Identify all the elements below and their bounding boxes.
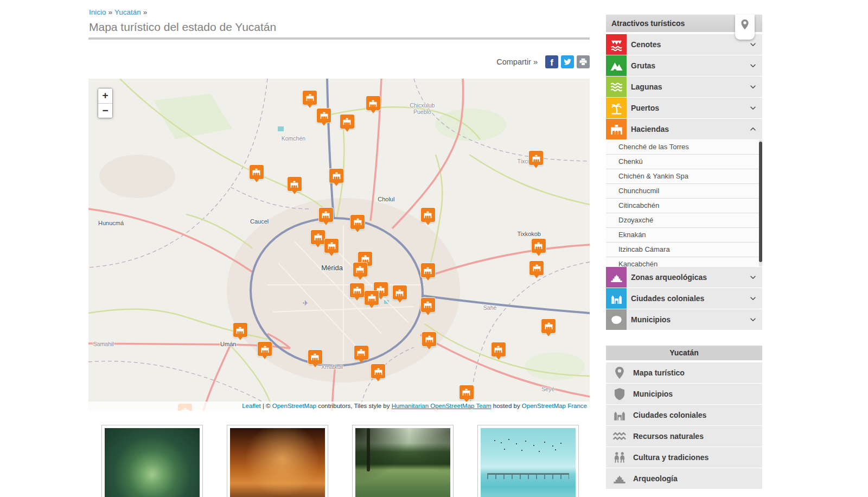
hacienda-map-marker[interactable] — [393, 285, 407, 300]
category-icon — [606, 309, 627, 330]
hacienda-map-marker[interactable] — [529, 151, 543, 165]
osm-france-link[interactable]: OpenStreetMap France — [522, 403, 587, 409]
menu-item[interactable]: Municipios — [606, 384, 762, 404]
category-icon — [606, 267, 627, 288]
hacienda-icon — [423, 266, 432, 275]
hacienda-map-marker[interactable] — [365, 291, 379, 305]
chevron-down-icon — [749, 41, 757, 48]
hacienda-list-item[interactable]: Itzincab Cámara — [606, 243, 762, 257]
thumbnail-laguna[interactable] — [352, 425, 454, 497]
hacienda-list-item[interactable]: Dzoyaxché — [606, 213, 762, 228]
facebook-share-icon[interactable]: f — [545, 55, 558, 68]
category-row[interactable]: Zonas arqueológicas — [606, 267, 762, 288]
map-place-label: Xmatkuil — [321, 364, 343, 370]
hacienda-map-marker[interactable] — [541, 319, 556, 333]
hacienda-map-marker[interactable] — [250, 165, 264, 179]
hacienda-map-marker[interactable] — [354, 346, 368, 360]
category-label: Puertos — [631, 104, 659, 112]
thumbnail-playa[interactable] — [477, 425, 579, 497]
twitter-share-icon[interactable] — [561, 55, 574, 68]
hacienda-map-marker[interactable] — [422, 332, 436, 346]
hacienda-map-marker[interactable] — [421, 298, 435, 312]
breadcrumb-separator: » — [143, 8, 148, 16]
hacienda-map-marker[interactable] — [340, 114, 354, 129]
leaflet-link[interactable]: Leaflet — [242, 403, 261, 409]
hacienda-map-marker[interactable] — [353, 263, 367, 277]
hacienda-icon — [314, 232, 323, 241]
map-place-label: Cholul — [378, 196, 394, 202]
hacienda-map-marker[interactable] — [303, 91, 317, 105]
zoom-in-button[interactable]: + — [98, 88, 112, 103]
hacienda-map-marker[interactable] — [529, 261, 544, 275]
chevron-down-icon — [749, 316, 757, 323]
hacienda-map-marker[interactable] — [371, 364, 385, 378]
hacienda-list-item[interactable]: Chichén & Yankin Spa — [606, 169, 762, 184]
print-icon[interactable] — [577, 55, 590, 68]
hacienda-list-item[interactable]: Chunchucmil — [606, 184, 762, 199]
hacienda-map-marker[interactable] — [324, 239, 339, 253]
hacienda-map-marker[interactable] — [311, 230, 325, 244]
hacienda-icon — [342, 117, 352, 126]
hacienda-map-marker[interactable] — [317, 109, 331, 123]
page: Inicio»Yucatán» Mapa turístico del estad… — [0, 0, 868, 497]
thumbnail-grutas[interactable] — [227, 425, 328, 497]
hacienda-list-item[interactable]: Chenché de las Torres — [606, 140, 762, 155]
hacienda-map-marker[interactable] — [421, 208, 435, 222]
yucatan-menu: Yucatán Mapa turístico Municipios Ciudad… — [606, 346, 762, 489]
hacienda-list-item[interactable]: Kancabchén — [606, 257, 762, 266]
openstreetmap-link[interactable]: OpenStreetMap — [272, 403, 316, 409]
map-tiles — [88, 79, 590, 411]
category-row[interactable]: Municipios — [606, 309, 762, 330]
hacienda-icon — [321, 210, 330, 219]
hacienda-map-marker[interactable] — [366, 96, 380, 110]
menu-item[interactable]: Ciudades coloniales — [606, 405, 762, 425]
menu-item[interactable]: Cultura y tradiciones — [606, 447, 762, 468]
hacienda-icon — [353, 217, 362, 226]
breadcrumb-home-link[interactable]: Inicio — [89, 8, 106, 16]
menu-item[interactable]: Arqueología — [606, 468, 762, 489]
chevron-down-icon — [749, 83, 757, 91]
hacienda-items: Chenché de las Torres Chenkú Chichén & Y… — [606, 140, 762, 266]
scrollbar-thumb[interactable] — [759, 142, 762, 262]
category-row[interactable]: Grutas — [606, 55, 762, 76]
hacienda-map-marker[interactable] — [329, 169, 343, 183]
category-icon — [606, 288, 627, 309]
category-label: Grutas — [631, 61, 655, 70]
menu-item-label: Mapa turístico — [633, 368, 685, 377]
menu-item-icon — [612, 366, 627, 380]
hacienda-list-item[interactable]: Citincabchén — [606, 199, 762, 213]
hacienda-map-marker[interactable] — [308, 350, 322, 364]
hacienda-list-item[interactable]: Chenkú — [606, 155, 762, 169]
hacienda-map-marker[interactable] — [258, 342, 272, 356]
menu-item[interactable]: Mapa turístico — [606, 362, 762, 383]
category-row[interactable]: Lagunas — [606, 77, 762, 97]
hot-team-link[interactable]: Humanitarian OpenStreetMap Team — [392, 403, 492, 409]
category-list-bottom: Zonas arqueológicas Ciudades coloniales … — [606, 267, 762, 330]
map-place-label: Sahé — [483, 304, 497, 311]
hacienda-icon — [423, 300, 432, 309]
hacienda-map-marker[interactable] — [350, 215, 365, 229]
hacienda-map-marker[interactable] — [532, 239, 546, 253]
category-row[interactable]: Ciudades coloniales — [606, 288, 762, 309]
menu-item[interactable]: Recursos naturales — [606, 426, 762, 447]
map-place-label: Mérida — [321, 263, 343, 271]
hacienda-map-marker[interactable] — [459, 385, 474, 399]
category-label: Municipios — [631, 315, 671, 324]
scrollbar-track[interactable] — [759, 140, 762, 266]
hacienda-map-marker[interactable] — [421, 263, 435, 277]
breadcrumb-region-link[interactable]: Yucatán — [114, 8, 141, 16]
grutas-photo — [230, 428, 325, 497]
category-label: Lagunas — [631, 82, 662, 91]
hacienda-map-marker[interactable] — [233, 323, 247, 337]
thumbnail-cenote[interactable] — [101, 425, 203, 497]
category-row[interactable]: Puertos — [606, 98, 762, 118]
hacienda-map-marker[interactable] — [350, 283, 364, 297]
hacienda-list-item[interactable]: Eknakán — [606, 228, 762, 243]
hacienda-map-marker[interactable] — [319, 208, 333, 222]
hacienda-map-marker[interactable] — [492, 342, 506, 356]
hacienda-map-marker[interactable] — [288, 177, 302, 191]
category-row[interactable]: Haciendas — [606, 119, 762, 139]
zoom-out-button[interactable]: − — [98, 103, 112, 118]
hacienda-icon — [367, 293, 376, 302]
map[interactable]: ✈ Komchén Chicxulub Pueblo Hunucmá Cauce… — [88, 79, 590, 411]
